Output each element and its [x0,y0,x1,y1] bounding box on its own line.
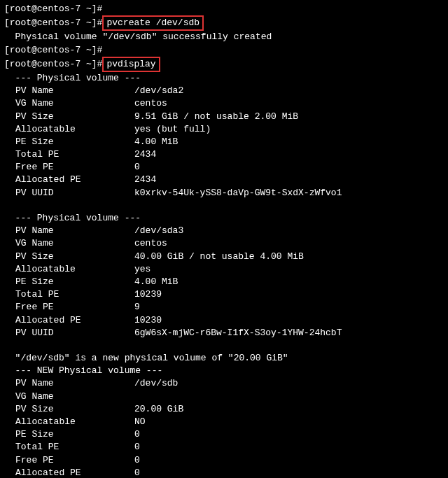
pv-row: PV UUID6gW6sX-mjWC-r6Bw-I1fX-S3oy-1YHW-2… [15,327,444,339]
pvcreate-command-highlight: pvcreate /dev/sdb [102,15,204,31]
pv-row: VG Name [15,391,444,403]
pv-row: Free PE0 [15,161,444,174]
output-line: Physical volume "/dev/sdb" successfully … [4,31,444,43]
shell-command-row[interactable]: [root@centos-7 ~]# pvcreate /dev/sdb [4,15,444,31]
shell-prompt: [root@centos-7 ~]# [4,17,102,29]
pv-row: Free PE0 [15,454,444,467]
output-line: "/dev/sdb" is a new physical volume of "… [4,352,444,365]
pv-row: PV Size40.00 GiB / not usable 4.00 MiB [15,251,444,263]
pv-row: PE Size4.00 MiB [15,276,444,288]
pv-section-header: --- Physical volume --- [4,72,444,85]
pv-row: PV Name/dev/sda3 [15,225,444,237]
pv-row: PV Name/dev/sda2 [15,85,444,97]
pv-section-header: --- NEW Physical volume --- [4,365,444,377]
pv-row: PV Name/dev/sdb [15,377,444,390]
pv-row: PE Size0 [15,428,444,441]
pv-row: Allocated PE2434 [15,174,444,186]
shell-prompt[interactable]: [root@centos-7 ~]# [4,44,444,57]
shell-command-row[interactable]: [root@centos-7 ~]# pvdisplay [4,57,444,72]
pv-row: Total PE2434 [15,148,444,161]
blank-line [4,339,444,352]
blank-line [4,199,444,212]
pvdisplay-command-highlight: pvdisplay [102,57,160,72]
pv-row: VG Namecentos [15,237,444,250]
pv-row: Free PE9 [15,301,444,314]
pv-row: Total PE10239 [15,288,444,301]
shell-prompt[interactable]: [root@centos-7 ~]# [4,3,444,15]
pv-row: PE Size4.00 MiB [15,136,444,148]
pv-row: PV Size9.51 GiB / not usable 2.00 MiB [15,111,444,123]
pv-row: Total PE0 [15,441,444,454]
pv-row: Allocated PE0 [15,467,444,478]
pv-section-header: --- Physical volume --- [4,212,444,225]
pv-row: Allocatableyes [15,263,444,276]
pv-row: VG Namecentos [15,97,444,110]
shell-prompt: [root@centos-7 ~]# [4,58,102,71]
pv-row: PV Size20.00 GiB [15,403,444,416]
pv-row: Allocated PE10230 [15,314,444,327]
pv-row: AllocatableNO [15,416,444,428]
pv-row: Allocatableyes (but full) [15,123,444,136]
pv-row: PV UUIDk0xrkv-54Uk-ySS8-daVp-GW9t-SxdX-z… [15,187,444,199]
